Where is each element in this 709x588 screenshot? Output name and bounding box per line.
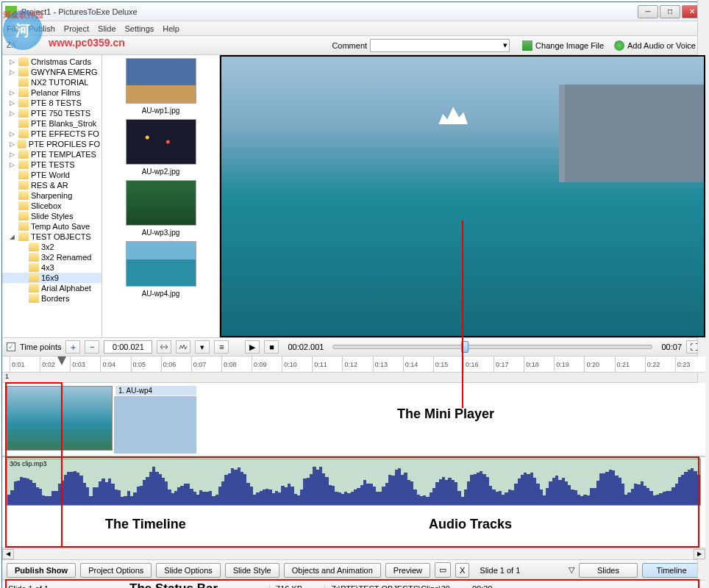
ruler-tick: 0:12: [342, 356, 372, 372]
scroll-right-button[interactable]: ▶: [694, 549, 705, 559]
slide-options-button[interactable]: Slide Options: [156, 563, 220, 578]
tree-item[interactable]: Slide Styles: [2, 211, 101, 221]
tree-item[interactable]: ▷PTE PROFILES FO: [2, 139, 101, 149]
thumbnail[interactable]: AU-wp2.jpg: [105, 119, 216, 176]
expand-icon[interactable]: ▷: [10, 58, 16, 65]
add-audio-button[interactable]: Add Audio or Voice: [609, 38, 701, 53]
track-header: 1: [2, 373, 705, 383]
tree-item[interactable]: Temp Auto Save: [2, 221, 101, 232]
time-controls: ✓ Time points ＋ − 0:00.021 ▾ ≡ ▶ ■ 00:02…: [2, 337, 705, 356]
audio-icon: [614, 40, 624, 51]
play-button[interactable]: ▶: [245, 340, 260, 354]
folder-icon: [18, 98, 29, 107]
thumbnail[interactable]: AU-wp1.jpg: [105, 58, 216, 115]
tree-item[interactable]: ◢TEST OBJECTS: [2, 232, 101, 242]
folder-icon: [18, 88, 29, 97]
thumbnail-list[interactable]: AU-wp1.jpgAU-wp2.jpgAU-wp3.jpgAU-wp4.jpg: [102, 55, 220, 337]
titlebar[interactable]: Project1 - PicturesToExe Deluxe ─ □ ✕: [2, 2, 705, 21]
menu-slide[interactable]: Slide: [98, 24, 115, 33]
change-image-button[interactable]: Change Image File: [517, 38, 609, 53]
tree-item[interactable]: ▷PTE EFFECTS FO: [2, 129, 101, 139]
project-options-button[interactable]: Project Options: [80, 563, 152, 578]
timepoints-checkbox[interactable]: ✓: [7, 343, 15, 351]
tree-item[interactable]: ▷PTE 8 TESTS: [2, 98, 101, 108]
tree-item[interactable]: 3x2: [2, 242, 101, 252]
thumbnail[interactable]: AU-wp4.jpg: [105, 241, 216, 298]
timeline-tab[interactable]: Timeline: [642, 563, 701, 578]
objects-animation-button[interactable]: Objects and Animation: [284, 563, 381, 578]
folder-icon: [18, 171, 29, 179]
seek-slider[interactable]: [332, 345, 652, 349]
expand-icon[interactable]: ▷: [10, 99, 16, 107]
folder-icon: [29, 263, 39, 272]
expand-icon[interactable]: ▷: [10, 140, 15, 148]
ruler-tick: 0:03: [70, 356, 100, 372]
tree-item[interactable]: ▷PTE TESTS: [2, 159, 101, 170]
tree-item[interactable]: Sharpening: [2, 190, 101, 201]
thumb-caption: AU-wp3.jpg: [105, 229, 216, 237]
remove-timepoint-button[interactable]: −: [85, 340, 99, 354]
slide-style-button[interactable]: Slide Style: [225, 563, 279, 578]
tree-item[interactable]: RES & AR: [2, 180, 101, 190]
minimize-button[interactable]: ─: [638, 5, 658, 18]
slide-clip-transition: [114, 396, 196, 453]
preview-button[interactable]: Preview: [385, 563, 430, 578]
expand-icon[interactable]: ▷: [10, 68, 16, 76]
tree-label: Slide Styles: [31, 212, 73, 220]
expand-icon[interactable]: ▷: [10, 130, 16, 137]
expand-icon[interactable]: ▷: [10, 110, 16, 117]
timeline-scrollbar[interactable]: ◀ ▶: [2, 548, 705, 559]
expand-icon[interactable]: ◢: [10, 233, 16, 240]
expand-icon[interactable]: ▷: [10, 89, 16, 96]
ruler-tick: 0:18: [524, 356, 554, 372]
tree-item[interactable]: ▷PTE 750 TESTS: [2, 108, 101, 118]
timeline-ruler[interactable]: 0:010:020:030:040:050:060:070:080:090:10…: [2, 356, 705, 373]
folder-icon: [18, 119, 29, 128]
scroll-left-button[interactable]: ◀: [2, 549, 14, 559]
ruler-tick: 0:22: [645, 356, 675, 372]
tree-label: Arial Alphabet: [41, 284, 91, 293]
slides-tab[interactable]: Slides: [579, 563, 638, 578]
tree-item[interactable]: Slicebox: [2, 201, 101, 211]
menu-project[interactable]: Project: [64, 24, 89, 33]
thumb-caption: AU-wp1.jpg: [105, 107, 216, 115]
tree-item[interactable]: ▷Christmas Cards: [2, 57, 101, 67]
menu-settings[interactable]: Settings: [125, 24, 154, 33]
ruler-tick: 0:08: [221, 356, 252, 372]
menu-help[interactable]: Help: [163, 24, 179, 33]
expand-icon[interactable]: ▷: [10, 151, 16, 158]
x-button[interactable]: X: [455, 563, 469, 578]
dropdown-button[interactable]: ▾: [195, 340, 210, 354]
current-time[interactable]: 0:00.021: [104, 340, 152, 354]
tree-label: 3x2 Renamed: [41, 253, 92, 262]
thumbnail[interactable]: AU-wp3.jpg: [105, 180, 216, 237]
tree-item[interactable]: PTE World: [2, 170, 101, 180]
tree-item[interactable]: Borders: [2, 293, 101, 304]
expand-icon[interactable]: ▷: [10, 161, 16, 168]
tree-item[interactable]: 3x2 Renamed: [2, 252, 101, 262]
waveform-button[interactable]: [176, 340, 190, 354]
ruler-tick: 0:09: [252, 356, 282, 372]
fit-button[interactable]: [157, 340, 171, 354]
tree-item[interactable]: 16x9: [2, 273, 101, 283]
folder-tree[interactable]: ▷Christmas Cards▷GWYNFA EMERGNX2 TUTORIA…: [2, 55, 102, 337]
stop-button[interactable]: ■: [264, 340, 279, 354]
tree-item[interactable]: ▷PTE TEMPLATES: [2, 149, 101, 159]
list-button[interactable]: ≡: [214, 340, 229, 354]
publish-show-button[interactable]: Publish Show: [7, 563, 76, 578]
tree-item[interactable]: PTE Blanks_Strok: [2, 118, 101, 129]
tree-label: Christmas Cards: [31, 57, 91, 66]
tree-item[interactable]: ▷Pelanor Films: [2, 87, 101, 98]
collapse-icon[interactable]: ▽: [569, 565, 574, 575]
comment-combo[interactable]: ▾: [370, 39, 510, 52]
ruler-tick: 0:10: [282, 356, 312, 372]
tree-item[interactable]: NX2 TUTORIAL: [2, 77, 101, 87]
tree-item[interactable]: 4x3: [2, 262, 101, 273]
preview-current-button[interactable]: ▭: [435, 562, 451, 578]
folder-icon: [29, 243, 39, 251]
tree-item[interactable]: ▷GWYNFA EMERG: [2, 67, 101, 77]
slide-track[interactable]: 1. AU-wp4: [2, 383, 705, 456]
tree-item[interactable]: Arial Alphabet: [2, 283, 101, 293]
add-timepoint-button[interactable]: ＋: [65, 340, 80, 354]
maximize-button[interactable]: □: [660, 5, 680, 18]
